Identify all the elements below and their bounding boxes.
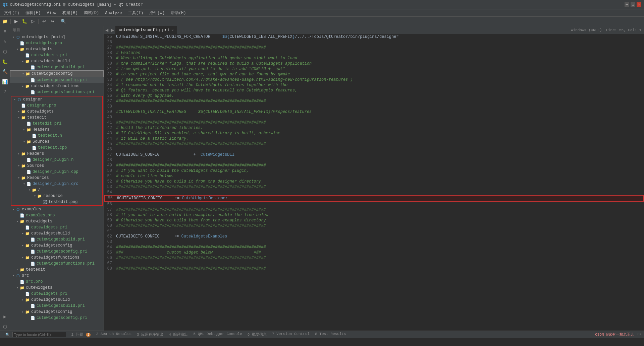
code-text-65[interactable]: ### custom widget below ###: [115, 250, 644, 255]
code-text-45[interactable]: ########################################…: [115, 141, 644, 147]
tree-item-designer-pro[interactable]: 📄 designer.pro: [11, 102, 102, 109]
code-text-37[interactable]: ########################################…: [115, 98, 644, 104]
code-text-55[interactable]: #CUTEWIDGETS_CONFIG += CuteWidgetsDesign…: [115, 196, 643, 201]
tree-item-testedit-h[interactable]: 📄 testedit.h: [11, 133, 102, 139]
sidebar-debug-icon[interactable]: 🐛: [1, 58, 9, 66]
code-text-57[interactable]: ########################################…: [115, 207, 644, 212]
tree-item-testedit-pri[interactable]: 📄 testedit.pri: [11, 121, 102, 127]
code-text-53[interactable]: ########################################…: [115, 184, 644, 190]
code-text-60[interactable]: ########################################…: [115, 223, 644, 228]
tree-item-testedit-png[interactable]: 🖼 testedit.png: [11, 199, 102, 205]
tree-item-cutewidgets-folder[interactable]: ▾ 📁 cutewidgets: [10, 46, 104, 52]
tree-item-examples-build-pri[interactable]: 📄 cutewidgetsbuild.pri: [10, 236, 104, 243]
code-text-40[interactable]: [115, 115, 644, 120]
tree-item-testedit-cpp[interactable]: 📄 testedit.cpp: [11, 145, 102, 151]
code-text-52[interactable]: # Otherwise you have to build it from th…: [115, 179, 644, 184]
code-text-58[interactable]: # If you want to auto build the examples…: [115, 212, 644, 218]
sidebar-design-icon[interactable]: ⬡: [1, 48, 9, 56]
tree-item-src-build-folder[interactable]: ▸ 📁 cutewidgetsbuild: [10, 297, 104, 303]
code-text-64[interactable]: ########################################…: [115, 245, 644, 250]
tree-item-examples-cw-pri[interactable]: 📄 cutewidgets.pri: [10, 224, 104, 230]
tree-item-designer-plugin-qrc[interactable]: ▾ 📄 designer_plugin.qrc: [11, 181, 102, 187]
code-text-63[interactable]: [115, 239, 644, 245]
code-text-32[interactable]: # to your project file and take care, th…: [115, 72, 644, 77]
status-tab-search-results[interactable]: 2 Search Results: [93, 331, 134, 338]
code-text-28[interactable]: # Features: [115, 50, 644, 56]
tab-next-button[interactable]: ▶: [110, 28, 115, 32]
sidebar-help-icon[interactable]: ?: [1, 88, 9, 96]
tree-item-src-config-folder[interactable]: ▸ 📁 cutewidgetsconfig: [10, 309, 104, 315]
toolbar-redo-button[interactable]: ↪: [49, 18, 56, 25]
code-text-54[interactable]: [115, 190, 644, 195]
code-text-56[interactable]: [115, 202, 644, 207]
code-text-68[interactable]: ########################################…: [115, 266, 644, 271]
editor-tab-cutewidgetsconfig[interactable]: cutewidgetsconfig.pri ✕: [115, 26, 177, 34]
sidebar-run-bottom-icon[interactable]: ▶: [1, 313, 9, 321]
tree-item-cutewidgetsbuild-pri[interactable]: 📄 cutewidgetsbuild.pri: [10, 64, 104, 70]
code-text-29[interactable]: # When building a CuteWidgets applicatio…: [115, 56, 644, 61]
tree-item-cutewidgets-pro[interactable]: 📄 cutewidgets.pro: [10, 40, 104, 46]
toolbar-build-button[interactable]: ▶: [12, 18, 20, 25]
tree-item-headers-folder[interactable]: ▸ 📁 Headers: [11, 127, 102, 133]
tree-item-src-pro[interactable]: 📄 src.pro: [10, 279, 104, 285]
tree-item-examples-pro[interactable]: 📄 examples.pro: [10, 212, 104, 218]
tree-item-examples-functions-pri[interactable]: 📄 cutewidgetsfunctions.pri: [10, 261, 104, 267]
maximize-button[interactable]: □: [631, 2, 635, 7]
code-text-30[interactable]: # the compiler/linker flags, that are re…: [115, 61, 644, 66]
code-text-26[interactable]: [115, 40, 644, 45]
toolbar-debug-button[interactable]: 🐛: [21, 18, 28, 25]
status-tab-general-info[interactable]: 6 概要信息: [245, 331, 269, 338]
sidebar-build-icon[interactable]: 🔨: [1, 68, 9, 76]
tree-item-src-config-pri[interactable]: 📄 cutewidgetsconfig.pri: [10, 315, 104, 321]
code-text-47[interactable]: CUTEWIDGETS_CONFIG += CuteWidgetsDll: [115, 152, 644, 157]
menubar-item-e[interactable]: 编辑(E): [23, 9, 44, 16]
code-editor[interactable]: 25CUTEWIDGETS_INSTALL_PLUGINS_FOR_CREATO…: [104, 34, 644, 331]
locate-input[interactable]: [12, 332, 66, 337]
tab-prev-button[interactable]: ◀: [104, 28, 110, 32]
tree-item-resources-folder[interactable]: ▾ 📁 Resources: [11, 175, 102, 181]
tree-item-src-cw-pri[interactable]: 📄 cutewidgets.pri: [10, 291, 104, 297]
tree-item-examples-config-pri[interactable]: 📄 cutewidgetsconfig.pri: [10, 249, 104, 255]
menubar-item-view[interactable]: View: [44, 10, 59, 16]
tree-item-designer-headers-folder[interactable]: ▸ 📁 Headers: [11, 151, 102, 157]
code-text-62[interactable]: CUTEWIDGETS_CONFIG += CuteWidgetsExample…: [115, 234, 644, 239]
toolbar-search-button[interactable]: 🔍: [60, 18, 67, 25]
tree-item-examples-testedit-folder[interactable]: ▸ 📁 testedit: [10, 267, 104, 273]
menubar-item-b[interactable]: 构建(B): [60, 9, 80, 16]
toolbar-run-button[interactable]: ▷: [29, 18, 37, 25]
status-tab-search-input[interactable]: 🔍: [3, 331, 69, 338]
tree-item-examples-config-folder[interactable]: ▸ 📁 cutewidgetsconfig: [10, 243, 104, 249]
tree-item-resource-folder[interactable]: ▾ 📁 resource: [11, 193, 102, 199]
minimize-button[interactable]: ─: [625, 2, 629, 7]
status-tab-test-results[interactable]: 8 Test Results: [312, 331, 348, 338]
status-tab-issues[interactable]: 1 问题 1: [69, 331, 94, 338]
menubar-item-t[interactable]: 工具(T): [125, 9, 146, 16]
code-text-31[interactable]: # from qwt.prf. Therefore all you need t…: [115, 66, 644, 72]
tree-item-designer-sources-folder[interactable]: ▾ 📁 Sources: [11, 163, 102, 169]
tree-item-designer-plugin-cpp[interactable]: 📄 designer_plugin.cpp: [11, 169, 102, 175]
code-text-61[interactable]: [115, 228, 644, 234]
code-text-44[interactable]: # it will be a static library.: [115, 136, 644, 141]
code-text-43[interactable]: # If CuteWidgetsDll is enabled, a shared…: [115, 131, 644, 136]
toolbar-open-button[interactable]: 📁: [1, 18, 9, 25]
code-text-42[interactable]: # Build the static/shared libraries.: [115, 125, 644, 131]
menubar-item-f[interactable]: 文件(F): [1, 9, 22, 16]
tree-item-cutewidgets-pri[interactable]: 📄 cutewidgets.pri: [10, 52, 104, 58]
tree-item-designer-plugin-h[interactable]: 📄 designer_plugin.h: [11, 157, 102, 163]
status-tab-compile-output[interactable]: 4 编译输出: [166, 331, 191, 338]
code-text-51[interactable]: # enable the line below.: [115, 174, 644, 179]
code-text-27[interactable]: ########################################…: [115, 45, 644, 50]
sidebar-debug-bottom-icon[interactable]: ⬡: [1, 323, 9, 331]
code-text-66[interactable]: ########################################…: [115, 255, 644, 261]
code-text-50[interactable]: # If you want to build the CuteWidgets d…: [115, 168, 644, 174]
menubar-item-d[interactable]: 调试(D): [81, 9, 102, 16]
menubar-item-h[interactable]: 帮助(H): [168, 9, 189, 16]
tree-item-cutewidgetsconfig-pri[interactable]: 📄 cutewidgetsconfig.pri: [10, 77, 104, 83]
tab-close-button[interactable]: ✕: [171, 28, 173, 32]
code-text-36[interactable]: # with every Qt upgrade.: [115, 93, 644, 98]
code-text-33[interactable]: # ( see http://doc.trolltech.com/4.7/qma…: [115, 77, 644, 82]
tree-item-designer-folder[interactable]: ▾ ⬡ designer: [11, 96, 102, 102]
code-text-48[interactable]: [115, 157, 644, 163]
tree-item-cutewidgetsfunctions-pri[interactable]: 📄 cutewidgetsfunctions.pri: [10, 89, 104, 95]
code-text-67[interactable]: [115, 261, 644, 266]
